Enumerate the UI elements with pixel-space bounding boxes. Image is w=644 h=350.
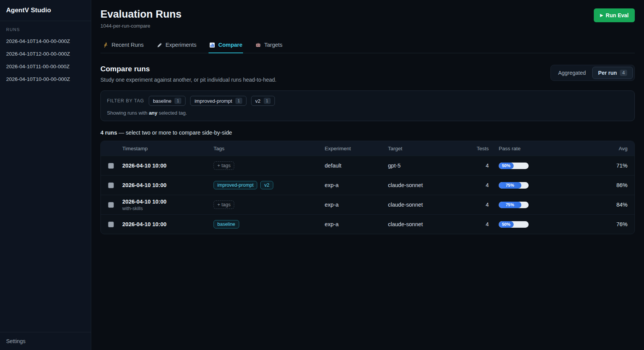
- sidebar-run-item[interactable]: 2026-04-10T11-00-00-000Z: [0, 60, 91, 73]
- run-target: claude-sonnet: [386, 182, 473, 188]
- run-tag[interactable]: v2: [260, 181, 273, 189]
- pass-rate-label: 75%: [506, 183, 514, 187]
- run-timestamp: 2026-04-10 10:00: [122, 182, 210, 188]
- row-checkbox[interactable]: [108, 182, 114, 188]
- filter-label: FILTER BY TAG: [107, 98, 144, 104]
- col-tags: Tags: [212, 146, 323, 151]
- tab-label: Targets: [264, 42, 283, 48]
- bar-chart-icon: [209, 42, 215, 48]
- tag-label: improved-prompt: [194, 98, 232, 104]
- tab-recent-runs[interactable]: Recent Runs: [102, 39, 145, 53]
- run-tests: 4: [473, 221, 496, 227]
- runs-summary: 4 runs — select two or more to compare s…: [100, 130, 635, 136]
- filter-tag-improved-prompt[interactable]: improved-prompt 1: [190, 96, 246, 106]
- table-row[interactable]: 2026-04-10 10:00 with-skills + tags exp-…: [101, 195, 634, 214]
- compare-title: Compare runs: [100, 65, 276, 73]
- col-experiment: Experiment: [323, 146, 386, 151]
- run-tests: 4: [473, 202, 496, 208]
- main-content: Evaluation Runs 1044-per-run-compare ▶ R…: [91, 0, 644, 350]
- runs-table: Timestamp Tags Experiment Target Tests P…: [100, 141, 635, 234]
- compare-subtitle: Study one experiment against another, or…: [100, 77, 276, 83]
- hint-any: any: [149, 110, 157, 116]
- tag-label: baseline: [153, 98, 171, 104]
- page-subtitle: 1044-per-run-compare: [100, 23, 182, 29]
- pass-rate-label: 75%: [506, 202, 514, 207]
- table-row[interactable]: 2026-04-10 10:00 + tags default gpt-5 4 …: [101, 156, 634, 175]
- runner-icon: [103, 42, 108, 48]
- col-avg: Avg: [553, 146, 634, 151]
- run-avg: 71%: [553, 163, 634, 169]
- robot-icon: [255, 42, 261, 48]
- pass-rate-bar: 50%: [499, 163, 529, 169]
- page-title: Evaluation Runs: [100, 8, 182, 20]
- toggle-per-run[interactable]: Per run 4: [592, 67, 633, 79]
- add-tags-button[interactable]: + tags: [214, 200, 234, 209]
- view-mode-toggle: Aggregated Per run 4: [550, 65, 635, 81]
- row-checkbox[interactable]: [108, 163, 114, 169]
- run-experiment: exp-a: [323, 221, 386, 227]
- run-tests: 4: [473, 182, 496, 188]
- sidebar-run-item[interactable]: 2026-04-10T12-00-00-000Z: [0, 48, 91, 60]
- filter-by-tag-card: FILTER BY TAG baseline 1 improved-prompt…: [100, 90, 635, 121]
- run-experiment: exp-a: [323, 182, 386, 188]
- run-target: gpt-5: [386, 163, 473, 169]
- tab-targets[interactable]: Targets: [255, 39, 283, 53]
- col-timestamp: Timestamp: [121, 146, 212, 151]
- filter-tag-baseline[interactable]: baseline 1: [149, 96, 186, 106]
- run-tests: 4: [473, 163, 496, 169]
- run-timestamp: 2026-04-10 10:00: [122, 163, 210, 169]
- tab-label: Experiments: [166, 42, 197, 48]
- run-tag[interactable]: baseline: [214, 220, 239, 228]
- sidebar: AgentV Studio RUNS 2026-04-10T14-00-00-0…: [0, 0, 91, 350]
- pass-rate-label: 50%: [502, 163, 510, 168]
- toggle-aggregated[interactable]: Aggregated: [552, 67, 591, 79]
- tag-label: v2: [255, 98, 261, 104]
- pencil-icon: [157, 42, 163, 48]
- run-experiment: exp-a: [323, 202, 386, 208]
- app-title: AgentV Studio: [0, 0, 91, 21]
- tag-count-badge: 1: [235, 98, 242, 104]
- col-tests: Tests: [473, 146, 496, 151]
- run-target: claude-sonnet: [386, 221, 473, 227]
- runs-section-label: RUNS: [0, 21, 91, 35]
- filter-hint: Showing runs with any selected tag.: [107, 110, 628, 116]
- tab-bar: Recent Runs Experiments Compare Targets: [100, 39, 635, 53]
- pass-rate-bar: 50%: [499, 221, 529, 228]
- tab-experiments[interactable]: Experiments: [156, 39, 197, 53]
- run-timestamp: 2026-04-10 10:00: [122, 221, 210, 227]
- run-subtitle: with-skills: [122, 206, 210, 211]
- table-row[interactable]: 2026-04-10 10:00 baseline exp-a claude-s…: [101, 214, 634, 234]
- run-eval-button[interactable]: ▶ Run Eval: [594, 8, 635, 22]
- compare-header: Compare runs Study one experiment agains…: [100, 65, 635, 83]
- run-timestamp: 2026-04-10 10:00: [122, 199, 210, 205]
- col-pass-rate: Pass rate: [496, 146, 553, 151]
- tab-compare[interactable]: Compare: [209, 39, 243, 53]
- row-checkbox[interactable]: [108, 202, 114, 208]
- sidebar-run-item[interactable]: 2026-04-10T14-00-00-000Z: [0, 35, 91, 48]
- tag-count-badge: 1: [174, 98, 181, 104]
- pass-rate-label: 50%: [502, 222, 510, 227]
- row-checkbox[interactable]: [108, 222, 114, 227]
- pass-rate-bar: 75%: [499, 182, 529, 189]
- page-header: Evaluation Runs 1044-per-run-compare ▶ R…: [100, 8, 635, 29]
- toggle-per-run-label: Per run: [598, 70, 617, 76]
- col-target: Target: [386, 146, 473, 151]
- filter-tag-v2[interactable]: v2 1: [251, 96, 275, 106]
- sidebar-spacer: [0, 85, 91, 332]
- run-target: claude-sonnet: [386, 202, 473, 208]
- run-avg: 76%: [553, 221, 634, 227]
- run-experiment: default: [323, 163, 386, 169]
- run-eval-label: Run Eval: [606, 12, 629, 18]
- tab-label: Recent Runs: [112, 42, 144, 48]
- settings-link[interactable]: Settings: [0, 332, 91, 350]
- per-run-count-badge: 4: [620, 70, 627, 76]
- table-row[interactable]: 2026-04-10 10:00 improved-prompt v2 exp-…: [101, 175, 634, 195]
- add-tags-button[interactable]: + tags: [214, 161, 234, 170]
- tag-count-badge: 1: [264, 98, 271, 104]
- table-header-row: Timestamp Tags Experiment Target Tests P…: [101, 141, 634, 156]
- run-tag[interactable]: improved-prompt: [214, 181, 257, 189]
- play-icon: ▶: [600, 13, 603, 17]
- tab-label: Compare: [218, 42, 242, 48]
- sidebar-run-item[interactable]: 2026-04-10T10-00-00-000Z: [0, 73, 91, 85]
- pass-rate-bar: 75%: [499, 202, 529, 208]
